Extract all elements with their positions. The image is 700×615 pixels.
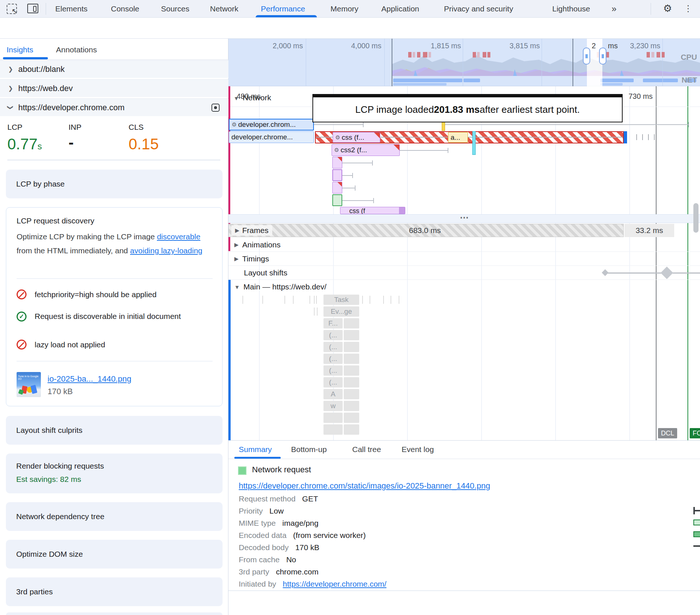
detail-row: Request methodGET bbox=[239, 494, 318, 503]
tab-privacy-security[interactable]: Privacy and security bbox=[444, 0, 513, 18]
collapse-triangle-icon: ▼ bbox=[234, 284, 240, 290]
lcp-image-filename-link[interactable]: io-2025-ba..._1440.png bbox=[48, 374, 132, 384]
track-animations[interactable]: ▶Animations bbox=[228, 238, 700, 252]
tab-elements[interactable]: Elements bbox=[55, 0, 88, 18]
flame-bar[interactable]: w bbox=[323, 401, 343, 411]
network-request-chip-selected[interactable]: ⚙developer.chrom... bbox=[229, 119, 314, 131]
layout-shift-diamond[interactable] bbox=[602, 269, 608, 276]
tab-call-tree[interactable]: Call tree bbox=[352, 441, 381, 458]
legend-swatch bbox=[238, 466, 246, 475]
selection-handle-right[interactable]: ‖ bbox=[599, 48, 606, 65]
render-blocking-corner bbox=[374, 132, 380, 138]
layout-shift-cluster-line bbox=[603, 272, 700, 274]
track-network-header[interactable]: ▼Network bbox=[234, 93, 271, 102]
details-panel: Summary Bottom-up Call tree Event log Ne… bbox=[228, 440, 700, 615]
css2-request-chip[interactable]: ⚙css2 (f... bbox=[332, 144, 400, 156]
ruler-time-label: 730 ms bbox=[629, 92, 653, 101]
card-layout-shift-culprits[interactable]: Layout shift culprits bbox=[6, 416, 223, 445]
tab-summary[interactable]: Summary bbox=[239, 441, 272, 458]
tab-lighthouse[interactable]: Lighthouse bbox=[552, 0, 590, 18]
flame-bar[interactable]: (... bbox=[323, 342, 343, 352]
tab-application[interactable]: Application bbox=[381, 0, 419, 18]
vertical-scrollbar[interactable] bbox=[693, 203, 699, 233]
selection-time-label-left: 2 bbox=[592, 42, 596, 50]
flame-bar[interactable]: (... bbox=[323, 354, 343, 364]
network-request-chip[interactable]: developer.chrome... bbox=[229, 131, 314, 143]
kebab-menu-icon[interactable]: ⋮ bbox=[683, 3, 693, 14]
track-splitter[interactable]: ⋯ bbox=[228, 214, 700, 223]
avoid-lazy-loading-link[interactable]: avoiding lazy-loading bbox=[130, 246, 202, 255]
tab-console[interactable]: Console bbox=[111, 0, 139, 18]
card-lcp-by-phase[interactable]: LCP by phase bbox=[6, 170, 223, 198]
flame-bar[interactable]: F... bbox=[323, 318, 343, 329]
field-data-target-icon[interactable] bbox=[211, 104, 220, 112]
origin-label: https://developer.chrome.com bbox=[18, 103, 125, 112]
flame-bar[interactable]: A bbox=[323, 389, 343, 399]
device-toolbar-icon[interactable] bbox=[27, 4, 38, 13]
timing-row-request-sent: Request sent and waiting0.76 ms bbox=[693, 518, 700, 527]
flame-bar[interactable]: (... bbox=[323, 377, 343, 388]
origin-row-developer-chrome[interactable]: ❯ https://developer.chrome.com bbox=[0, 98, 228, 117]
tab-annotations[interactable]: Annotations bbox=[56, 45, 97, 54]
css-request-chip[interactable]: ⚙css (f... bbox=[333, 132, 380, 143]
discoverable-link[interactable]: discoverable bbox=[157, 232, 200, 241]
origin-row-web-dev[interactable]: ❯ https://web.dev bbox=[0, 79, 228, 98]
small-request-chip[interactable] bbox=[332, 182, 342, 194]
timeline-minimap[interactable]: 2,000 ms 4,000 ms 1,815 ms 3,815 ms 3,23… bbox=[228, 39, 700, 86]
tab-memory[interactable]: Memory bbox=[330, 0, 358, 18]
performance-toolbar: ↻ ↥ ↧ ⌂ #3 ▼ Screenshots Memory Dim 3rd … bbox=[0, 18, 700, 39]
active-tab-underline bbox=[256, 15, 317, 17]
blocked-icon bbox=[17, 289, 27, 299]
insight-title: LCP request discovery bbox=[17, 216, 94, 225]
tab-bottom-up[interactable]: Bottom-up bbox=[291, 441, 327, 458]
render-blocking-corner bbox=[393, 145, 399, 150]
flame-bar bbox=[344, 342, 359, 352]
left-whisker-icon bbox=[693, 507, 700, 514]
flame-bar[interactable]: Ev...ge bbox=[323, 306, 359, 317]
selection-handle-left[interactable]: ‖ bbox=[583, 48, 590, 65]
card-optimize-dom-size[interactable]: Optimize DOM size bbox=[6, 540, 223, 569]
main-track-edge bbox=[228, 280, 231, 440]
card-3rd-parties[interactable]: 3rd parties bbox=[6, 577, 223, 606]
card-render-blocking[interactable]: Render blocking requests Est savings: 82… bbox=[6, 454, 223, 493]
track-timings[interactable]: ▶Timings bbox=[228, 252, 700, 266]
small-request-chip[interactable] bbox=[332, 169, 342, 181]
request-url-link[interactable]: https://developer.chrome.com/static/imag… bbox=[239, 481, 490, 491]
light-green-box-icon bbox=[693, 520, 700, 525]
inspect-icon[interactable]: ↖ bbox=[7, 4, 17, 14]
tab-network[interactable]: Network bbox=[210, 0, 238, 18]
css-request-chip-clipped[interactable]: css (f bbox=[340, 207, 405, 214]
a-request-chip[interactable]: a... bbox=[448, 132, 468, 143]
minimap-dim-left bbox=[228, 39, 587, 86]
tab-event-log[interactable]: Event log bbox=[402, 441, 434, 458]
tab-insights[interactable]: Insights bbox=[7, 45, 33, 54]
expand-triangle-icon: ▶ bbox=[235, 227, 239, 234]
flame-bar[interactable]: (... bbox=[323, 365, 343, 376]
track-main-header[interactable]: ▼Main — https://web.dev/ bbox=[228, 280, 700, 294]
inp-value: - bbox=[69, 134, 74, 152]
expand-triangle-icon: ▶ bbox=[234, 256, 239, 262]
track-layout-shifts[interactable]: Layout shifts bbox=[228, 266, 700, 280]
flame-bar[interactable]: (... bbox=[323, 330, 343, 340]
timing-row-downloading: Content downloading93 µs bbox=[693, 530, 700, 539]
small-request-chip[interactable] bbox=[332, 157, 342, 168]
card-lcp-request-discovery[interactable]: LCP request discovery Optimize LCP by ma… bbox=[6, 207, 223, 406]
origin-row-about-blank[interactable]: ❯ about://blank bbox=[0, 60, 228, 79]
settings-gear-icon[interactable]: ⚙ bbox=[662, 3, 673, 14]
lcp-image-thumbnail: Tune in to Google I/O bbox=[17, 372, 41, 397]
flame-bar bbox=[344, 354, 359, 364]
origin-label: https://web.dev bbox=[18, 84, 73, 93]
green-box-icon bbox=[693, 531, 700, 537]
initiator-link[interactable]: https://developer.chrome.com/ bbox=[283, 580, 386, 588]
card-network-dependency-tree[interactable]: Network dependency tree bbox=[6, 502, 223, 531]
layout-shift-diamond[interactable] bbox=[661, 267, 673, 279]
net-track-label: NET bbox=[682, 76, 697, 84]
inp-label: INP bbox=[69, 123, 81, 132]
track-frames[interactable]: ▶ Frames 683.0 ms 33.2 ms bbox=[228, 223, 700, 238]
gear-icon: ⚙ bbox=[334, 147, 339, 153]
flame-bar-task[interactable]: Task bbox=[323, 295, 359, 305]
more-tabs-chevron-icon[interactable]: » bbox=[612, 0, 616, 18]
small-request-chip-green[interactable] bbox=[332, 194, 342, 206]
tab-sources[interactable]: Sources bbox=[161, 0, 189, 18]
lcp-label: LCP bbox=[7, 123, 22, 132]
